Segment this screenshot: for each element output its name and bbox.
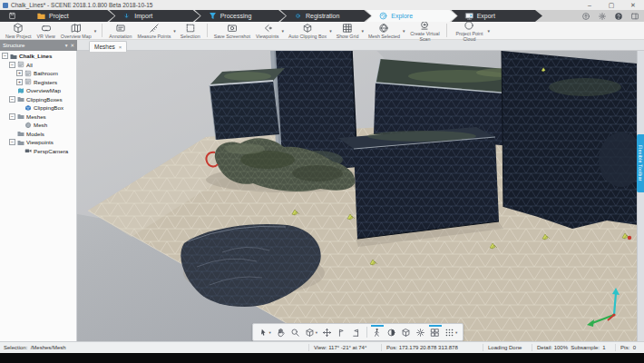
viewtool-clipping-box[interactable]: ▾	[302, 326, 319, 339]
viewtool-zoom[interactable]	[288, 326, 302, 339]
viewtool-measure-point[interactable]	[335, 326, 349, 339]
tree-item-perspcamera[interactable]: PerspCamera	[0, 147, 76, 156]
tree-item-clippingbox[interactable]: ClippingBox	[0, 103, 76, 113]
title-bar: Chalk_Lines* - SCENE 2018.1.0.800 Beta 2…	[0, 0, 644, 10]
viewtool-quad-view[interactable]	[428, 326, 443, 339]
viewtool-contrast[interactable]	[385, 326, 399, 339]
maximize-button[interactable]: ▢	[600, 0, 622, 10]
tree-expander-icon[interactable]: −	[2, 53, 8, 59]
document-tab-strip: Meshes ×	[77, 40, 644, 51]
tree-expander-icon[interactable]: −	[9, 96, 15, 103]
ribbon-tab-explore[interactable]: Explore	[366, 10, 456, 22]
dropdown-arrow-icon[interactable]: ▾	[282, 28, 285, 34]
doc-icon	[24, 70, 32, 77]
tree-expander-icon[interactable]: +	[16, 70, 23, 76]
viewtool-3d-box[interactable]	[399, 326, 414, 339]
viewpoints-icon	[262, 23, 273, 34]
dropdown-arrow-icon[interactable]: ▾	[361, 28, 364, 34]
3d-viewport[interactable]	[77, 51, 637, 341]
viewtool-settings[interactable]	[414, 326, 428, 339]
settings-icon	[598, 12, 607, 21]
toolbar-measure-points[interactable]: Measure Points ▾	[135, 22, 178, 39]
help-icon	[614, 12, 623, 21]
ribbon-tab-registration[interactable]: Registration	[280, 10, 371, 22]
dropdown-arrow-icon[interactable]: ▾	[94, 28, 97, 34]
explore-tab-icon	[378, 11, 388, 21]
tree-expander-icon[interactable]: −	[9, 139, 15, 145]
close-button[interactable]: ✕	[622, 0, 644, 10]
dropdown-arrow-icon[interactable]: ▾	[455, 330, 457, 335]
toolbar-create-virtual-scan[interactable]: Create Virtual Scan	[406, 22, 443, 39]
viewtool-select[interactable]: ▾	[256, 326, 273, 339]
dropdown-arrow-icon[interactable]: ▾	[316, 330, 317, 335]
toolbar-new-project[interactable]: New Project	[3, 22, 34, 39]
tree-item-label: ClippingBox	[34, 104, 63, 111]
viewtool-measure-area[interactable]	[349, 326, 364, 339]
doc-icon	[24, 78, 32, 85]
tree-item-viewpoints[interactable]: −Viewpoints	[0, 138, 76, 147]
ribbon-toolbar: New Project VR View Overview Map ▾ Annot…	[0, 22, 644, 40]
app-menu-button[interactable]	[0, 10, 24, 22]
toolbar-viewpoints[interactable]: Viewpoints ▾	[253, 22, 286, 39]
tree-item-meshes[interactable]: −Meshes	[0, 113, 76, 122]
panels-button[interactable]	[630, 12, 639, 21]
settings-button[interactable]	[598, 12, 607, 21]
tree-expander-icon[interactable]: +	[16, 79, 23, 85]
panel-pin-icon[interactable]: ▾	[65, 43, 68, 48]
tab-close-icon[interactable]: ×	[119, 44, 122, 50]
registration-tab-icon	[293, 11, 303, 21]
dropdown-arrow-icon[interactable]: ▾	[487, 28, 490, 34]
toolbar-vr-view[interactable]: VR View	[34, 22, 58, 39]
tree-item-all[interactable]: −All	[0, 61, 76, 70]
ribbon-tab-label: Registration	[306, 13, 339, 19]
toolbar-mesh-selected[interactable]: Mesh Selected ▾	[366, 22, 407, 39]
toolbar-button-label: Viewpoints	[256, 34, 279, 40]
toolbar-save-screenshot[interactable]: Save Screenshot	[211, 22, 253, 39]
mesh-icon	[24, 122, 32, 129]
viewtool-view-layout[interactable]: ▾	[443, 326, 460, 339]
ribbon-tab-project[interactable]: Project	[24, 10, 114, 22]
tree-expander-spacer	[9, 87, 15, 93]
ribbon-tab-import[interactable]: Import	[109, 10, 200, 22]
tree-item-label: Chalk_Lines	[19, 53, 52, 59]
tree-item-bathroom[interactable]: +Bathroom	[0, 69, 76, 78]
tree-item-overviewmap[interactable]: OverviewMap	[0, 86, 76, 95]
toolbar-show-grid[interactable]: Show Grid ▾	[334, 22, 366, 39]
dropdown-arrow-icon[interactable]: ▾	[173, 28, 176, 34]
help-button[interactable]	[614, 12, 623, 21]
tree-expander-icon[interactable]: −	[9, 113, 15, 120]
tree-item-label: Mesh	[34, 122, 47, 128]
toolbar-selection[interactable]: Selection	[178, 22, 203, 39]
dropdown-arrow-icon[interactable]: ▾	[329, 28, 332, 34]
tab-meshes[interactable]: Meshes ×	[89, 41, 127, 52]
tree-expander-icon[interactable]: −	[9, 62, 15, 68]
minimize-button[interactable]: –	[579, 0, 600, 10]
tree-item-registers[interactable]: +Registers	[0, 78, 76, 87]
ribbon-tab-processing[interactable]: Processing	[195, 10, 286, 22]
right-panel-tab[interactable]: Flexible Toolbar	[637, 134, 644, 192]
panel-close-icon[interactable]: ✕	[70, 43, 74, 48]
tree-item-label: PerspCamera	[34, 148, 68, 154]
tree-item-mesh[interactable]: Mesh	[0, 121, 76, 130]
3d-scene[interactable]	[77, 51, 637, 341]
viewtool-pan[interactable]	[273, 326, 288, 339]
tree-item-clippingboxes[interactable]: −ClippingBoxes	[0, 95, 76, 104]
ribbon-tab-label: Processing	[220, 13, 252, 19]
tree-item-models[interactable]: Models	[0, 130, 76, 139]
settings-icon	[415, 328, 425, 338]
viewtool-move[interactable]	[320, 326, 335, 339]
toolbar-overview-map[interactable]: Overview Map ▾	[58, 22, 98, 39]
dropdown-arrow-icon[interactable]: ▾	[269, 330, 271, 335]
dropdown-arrow-icon[interactable]: ▾	[403, 28, 405, 34]
tree-item-chalk-lines[interactable]: −Chalk_Lines	[0, 52, 76, 61]
toolbar-auto-clipping-box[interactable]: Auto Clipping Box ▾	[286, 22, 334, 39]
ribbon-tab-export[interactable]: Export	[452, 10, 542, 22]
window-controls: – ▢ ✕	[579, 0, 644, 10]
viewtool-walk-mode[interactable]	[370, 326, 385, 339]
tree-item-label: Registers	[34, 79, 57, 85]
share-button[interactable]	[581, 12, 590, 21]
app-icon	[3, 3, 8, 8]
toolbar-annotation[interactable]: Annotation	[106, 22, 134, 39]
toolbar-separator	[207, 24, 208, 37]
toolbar-project-point-cloud[interactable]: Project Point Cloud ▾	[451, 22, 492, 39]
